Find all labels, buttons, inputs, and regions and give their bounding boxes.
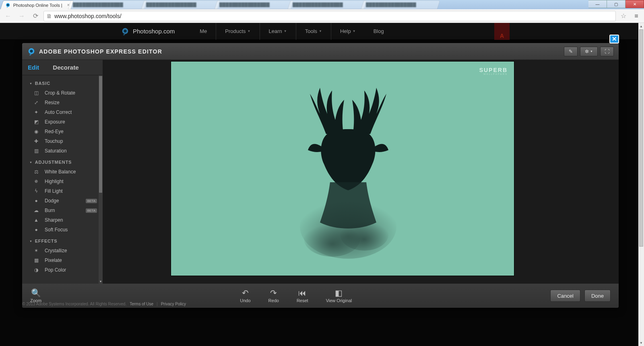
active-tab[interactable]: Photoshop Online Tools | ×: [0, 0, 74, 9]
photoshop-logo-icon: [121, 27, 130, 36]
background-tab[interactable]: ████████████████: [287, 0, 367, 9]
tool-burn[interactable]: ☁BurnBETA: [22, 206, 103, 215]
page-scrollbar[interactable]: ▲▼: [638, 23, 644, 346]
nav-me[interactable]: Me: [191, 23, 216, 40]
resize-icon: ⤢: [33, 100, 40, 105]
svg-point-8: [340, 218, 388, 251]
tool-touchup[interactable]: ✚Touchup: [22, 136, 103, 146]
beta-badge: BETA: [86, 208, 97, 213]
tool-auto-correct[interactable]: ✦Auto Correct: [22, 107, 103, 117]
background-tab[interactable]: ████████████████: [361, 0, 440, 9]
svg-point-5: [30, 49, 33, 52]
chrome-menu-icon[interactable]: ≡: [631, 11, 642, 21]
adobe-badge[interactable]: A: [494, 23, 510, 40]
tool-highlight[interactable]: ✵Highlight: [22, 177, 103, 186]
tab-decorate[interactable]: Decorate: [53, 64, 78, 71]
image-canvas[interactable]: SUPERB WALLPAPERS: [171, 62, 514, 276]
canvas-area: SUPERB WALLPAPERS: [103, 60, 619, 284]
crop-icon: ◫: [33, 90, 40, 96]
window-close[interactable]: ✕: [625, 0, 644, 8]
tool-red-eye[interactable]: ◉Red-Eye: [22, 127, 103, 136]
nav-tools[interactable]: Tools▼: [296, 23, 331, 40]
tool-soft-focus[interactable]: ●Soft Focus: [22, 225, 103, 235]
window-minimize[interactable]: —: [588, 0, 607, 8]
undo-button[interactable]: ↶Undo: [240, 288, 250, 303]
nav-help[interactable]: Help▼: [331, 23, 365, 40]
background-tab[interactable]: ████████████████: [68, 0, 147, 9]
sharpen-icon: ▲: [33, 217, 40, 223]
eye-icon: ◉: [33, 129, 40, 134]
nav-products[interactable]: Products▼: [216, 23, 260, 40]
sat-icon: ▥: [33, 148, 40, 154]
browser-tab-strip: Photoshop Online Tools | × █████████████…: [0, 0, 644, 9]
tool-crystallize[interactable]: ✶Crystallize: [22, 246, 103, 255]
photoshop-logo-icon: [27, 47, 36, 56]
redo-button[interactable]: ↷Redo: [268, 288, 279, 303]
photoshop-favicon: [5, 2, 11, 8]
express-editor: ADOBE PHOTOSHOP EXPRESS EDITOR ✎ ✲ ▼ ⛶ E…: [22, 43, 619, 308]
burn-icon: ☁: [33, 208, 40, 213]
svg-point-3: [124, 29, 126, 32]
cancel-button[interactable]: Cancel: [550, 290, 580, 302]
tool-fill-light[interactable]: ϟFill Light: [22, 186, 103, 196]
tool-resize[interactable]: ⤢Resize: [22, 98, 103, 107]
pop-icon: ◑: [33, 267, 40, 273]
nav-learn[interactable]: Learn▼: [260, 23, 296, 40]
window-maximize[interactable]: ▢: [607, 0, 625, 8]
section-header-basic[interactable]: ▼BASIC: [22, 77, 103, 88]
url-text: www.photoshop.com/tools/: [54, 13, 122, 19]
tool-exposure[interactable]: ◩Exposure: [22, 117, 103, 127]
tool-sharpen[interactable]: ▲Sharpen: [22, 215, 103, 225]
wand-icon: ✦: [33, 109, 40, 115]
chevron-down-icon: ▼: [29, 240, 33, 243]
zoom-icon: 🔍: [31, 288, 41, 297]
footer-terms[interactable]: Terms of Use: [130, 302, 153, 306]
tab-title: Photoshop Online Tools |: [13, 3, 62, 8]
pixel-icon: ▦: [33, 257, 40, 263]
tool-white-balance[interactable]: ⚖White Balance: [22, 167, 103, 177]
tool-pop-color[interactable]: ◑Pop Color: [22, 265, 103, 275]
background-tab[interactable]: ████████████████: [214, 0, 293, 9]
done-button[interactable]: Done: [584, 290, 611, 302]
bookmark-star-icon[interactable]: ☆: [618, 11, 629, 21]
editor-close-button[interactable]: ✕: [609, 35, 619, 43]
page-footer: © 2013 Adobe Systems Incorporated. All R…: [22, 300, 186, 308]
exposure-icon: ◩: [33, 119, 40, 125]
dodge-icon: ●: [33, 198, 40, 204]
balance-icon: ⚖: [33, 169, 40, 175]
reset-button[interactable]: ⏮Reset: [297, 288, 308, 303]
nav-reload-icon[interactable]: ⟳: [30, 10, 41, 22]
crystal-icon: ✶: [33, 248, 40, 253]
section-header-effects[interactable]: ▼EFFECTS: [22, 235, 103, 246]
header-tool-pen[interactable]: ✎: [564, 47, 578, 56]
header-tool-fullscreen[interactable]: ⛶: [600, 47, 614, 56]
window-controls: — ▢ ✕: [588, 0, 644, 8]
section-header-adjustments[interactable]: ▼ADJUSTMENTS: [22, 156, 103, 167]
chevron-down-icon: ▼: [29, 161, 33, 164]
footer-privacy[interactable]: Privacy Policy: [161, 302, 186, 306]
image-watermark: SUPERB WALLPAPERS: [479, 67, 508, 75]
background-tab[interactable]: ████████████████: [141, 0, 220, 9]
drop-icon: ●: [33, 227, 40, 233]
redo-icon: ↷: [270, 288, 277, 297]
view-original-button[interactable]: ◧View Original: [326, 288, 352, 303]
site-brand[interactable]: Photoshop.com: [133, 28, 175, 35]
address-bar: ← → ⟳ 🗎 www.photoshop.com/tools/ ☆ ≡: [0, 9, 644, 23]
bulb-icon: ✵: [33, 179, 40, 184]
tool-sidebar: Edit Decorate ▲▼ ▼BASIC◫Crop & Rotate⤢Re…: [22, 60, 103, 284]
tab-edit[interactable]: Edit: [28, 64, 39, 71]
tool-pixelate[interactable]: ▦Pixelate: [22, 255, 103, 265]
nav-back-icon[interactable]: ←: [2, 10, 14, 22]
nav-forward-icon[interactable]: →: [16, 10, 27, 22]
bolt-icon: ϟ: [33, 188, 40, 194]
beta-badge: BETA: [86, 199, 97, 203]
tool-crop-rotate[interactable]: ◫Crop & Rotate: [22, 88, 103, 98]
deer-silhouette: [292, 86, 405, 263]
reset-icon: ⏮: [298, 288, 306, 297]
tool-dodge[interactable]: ●DodgeBETA: [22, 196, 103, 206]
url-field[interactable]: 🗎 www.photoshop.com/tools/: [43, 11, 616, 21]
chevron-down-icon: ▼: [29, 82, 33, 85]
header-tool-settings[interactable]: ✲ ▼: [580, 47, 598, 56]
tool-saturation[interactable]: ▥Saturation: [22, 146, 103, 156]
nav-blog[interactable]: Blog: [365, 23, 393, 40]
